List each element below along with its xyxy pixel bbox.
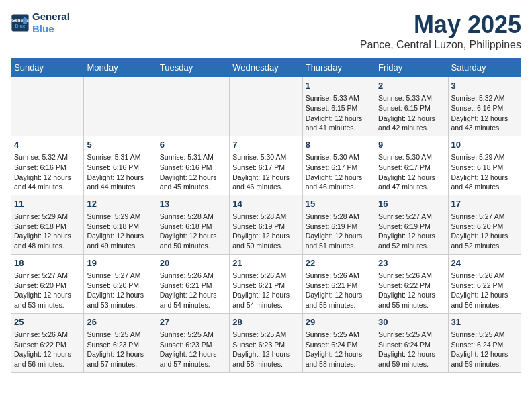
- header-wednesday: Wednesday: [230, 58, 302, 77]
- day-info: Sunrise: 5:26 AMSunset: 6:21 PMDaylight:…: [306, 271, 372, 310]
- calendar-cell: 4Sunrise: 5:32 AMSunset: 6:16 PMDaylight…: [11, 136, 84, 195]
- calendar-week-3: 11Sunrise: 5:29 AMSunset: 6:18 PMDayligh…: [11, 195, 521, 254]
- logo: General Blue General Blue: [11, 11, 70, 35]
- day-number: 13: [160, 198, 226, 210]
- day-info: Sunrise: 5:32 AMSunset: 6:16 PMDaylight:…: [14, 152, 81, 192]
- calendar-cell: 31Sunrise: 5:25 AMSunset: 6:24 PMDayligh…: [448, 313, 521, 372]
- calendar-cell: 21Sunrise: 5:26 AMSunset: 6:21 PMDayligh…: [230, 254, 302, 313]
- day-number: 11: [14, 198, 81, 210]
- day-number: 24: [451, 257, 518, 269]
- logo-icon: General Blue: [11, 13, 30, 32]
- day-number: 8: [306, 139, 372, 151]
- day-number: 5: [87, 139, 153, 151]
- header-monday: Monday: [84, 58, 157, 77]
- day-info: Sunrise: 5:30 AMSunset: 6:17 PMDaylight:…: [232, 152, 299, 192]
- day-info: Sunrise: 5:27 AMSunset: 6:20 PMDaylight:…: [87, 271, 153, 310]
- calendar-cell: 25Sunrise: 5:26 AMSunset: 6:22 PMDayligh…: [11, 313, 84, 372]
- page-header: General Blue General Blue May 2025 Pance…: [11, 11, 521, 51]
- calendar-week-4: 18Sunrise: 5:27 AMSunset: 6:20 PMDayligh…: [11, 254, 521, 313]
- calendar-cell: 18Sunrise: 5:27 AMSunset: 6:20 PMDayligh…: [11, 254, 84, 313]
- day-number: 17: [451, 198, 518, 210]
- day-number: 10: [451, 139, 518, 151]
- day-info: Sunrise: 5:25 AMSunset: 6:23 PMDaylight:…: [87, 330, 153, 369]
- day-number: 27: [160, 316, 226, 328]
- day-number: 6: [160, 139, 226, 151]
- header-friday: Friday: [375, 58, 448, 77]
- day-number: 23: [378, 257, 445, 269]
- day-info: Sunrise: 5:28 AMSunset: 6:18 PMDaylight:…: [160, 212, 226, 251]
- day-info: Sunrise: 5:29 AMSunset: 6:18 PMDaylight:…: [451, 152, 518, 192]
- day-number: 2: [378, 80, 445, 92]
- day-info: Sunrise: 5:26 AMSunset: 6:21 PMDaylight:…: [160, 271, 226, 310]
- calendar-week-2: 4Sunrise: 5:32 AMSunset: 6:16 PMDaylight…: [11, 136, 521, 195]
- calendar-cell: 14Sunrise: 5:28 AMSunset: 6:19 PMDayligh…: [230, 195, 302, 254]
- header-thursday: Thursday: [302, 58, 375, 77]
- header-sunday: Sunday: [11, 58, 84, 77]
- day-info: Sunrise: 5:26 AMSunset: 6:21 PMDaylight:…: [232, 271, 299, 310]
- day-info: Sunrise: 5:29 AMSunset: 6:18 PMDaylight:…: [87, 212, 153, 251]
- day-number: 19: [87, 257, 153, 269]
- day-info: Sunrise: 5:26 AMSunset: 6:22 PMDaylight:…: [451, 271, 518, 310]
- day-number: 25: [14, 316, 81, 328]
- day-info: Sunrise: 5:29 AMSunset: 6:18 PMDaylight:…: [14, 212, 81, 251]
- day-number: 20: [160, 257, 226, 269]
- day-info: Sunrise: 5:28 AMSunset: 6:19 PMDaylight:…: [306, 212, 372, 251]
- day-info: Sunrise: 5:26 AMSunset: 6:22 PMDaylight:…: [14, 330, 81, 369]
- title-area: May 2025 Pance, Central Luzon, Philippin…: [360, 11, 521, 51]
- day-number: 21: [232, 257, 299, 269]
- calendar-cell: 28Sunrise: 5:25 AMSunset: 6:23 PMDayligh…: [230, 313, 302, 372]
- day-number: 4: [14, 139, 81, 151]
- day-info: Sunrise: 5:32 AMSunset: 6:16 PMDaylight:…: [451, 93, 518, 133]
- svg-text:Blue: Blue: [15, 24, 25, 28]
- day-info: Sunrise: 5:25 AMSunset: 6:23 PMDaylight:…: [232, 330, 299, 369]
- header-tuesday: Tuesday: [157, 58, 229, 77]
- calendar-cell: 23Sunrise: 5:26 AMSunset: 6:22 PMDayligh…: [375, 254, 448, 313]
- day-number: 3: [451, 80, 518, 92]
- day-number: 31: [451, 316, 518, 328]
- calendar-cell: 19Sunrise: 5:27 AMSunset: 6:20 PMDayligh…: [84, 254, 157, 313]
- calendar-cell: 16Sunrise: 5:27 AMSunset: 6:19 PMDayligh…: [375, 195, 448, 254]
- calendar-cell: 13Sunrise: 5:28 AMSunset: 6:18 PMDayligh…: [157, 195, 229, 254]
- calendar-cell: [84, 77, 157, 136]
- day-number: 12: [87, 198, 153, 210]
- calendar-cell: 12Sunrise: 5:29 AMSunset: 6:18 PMDayligh…: [84, 195, 157, 254]
- calendar-cell: 29Sunrise: 5:25 AMSunset: 6:24 PMDayligh…: [302, 313, 375, 372]
- calendar-cell: 22Sunrise: 5:26 AMSunset: 6:21 PMDayligh…: [302, 254, 375, 313]
- day-info: Sunrise: 5:30 AMSunset: 6:17 PMDaylight:…: [378, 152, 445, 192]
- calendar-cell: 24Sunrise: 5:26 AMSunset: 6:22 PMDayligh…: [448, 254, 521, 313]
- calendar-cell: 3Sunrise: 5:32 AMSunset: 6:16 PMDaylight…: [448, 77, 521, 136]
- day-info: Sunrise: 5:25 AMSunset: 6:24 PMDaylight:…: [306, 330, 372, 369]
- calendar-table: SundayMondayTuesdayWednesdayThursdayFrid…: [11, 58, 521, 373]
- day-number: 30: [378, 316, 445, 328]
- calendar-cell: 26Sunrise: 5:25 AMSunset: 6:23 PMDayligh…: [84, 313, 157, 372]
- calendar-header-row: SundayMondayTuesdayWednesdayThursdayFrid…: [11, 58, 521, 77]
- day-number: 29: [306, 316, 372, 328]
- calendar-cell: 8Sunrise: 5:30 AMSunset: 6:17 PMDaylight…: [302, 136, 375, 195]
- logo-text-blue: Blue: [32, 23, 70, 35]
- calendar-cell: [11, 77, 84, 136]
- calendar-week-5: 25Sunrise: 5:26 AMSunset: 6:22 PMDayligh…: [11, 313, 521, 372]
- day-info: Sunrise: 5:31 AMSunset: 6:16 PMDaylight:…: [160, 152, 226, 192]
- day-info: Sunrise: 5:27 AMSunset: 6:20 PMDaylight:…: [14, 271, 81, 310]
- day-info: Sunrise: 5:33 AMSunset: 6:15 PMDaylight:…: [306, 93, 372, 133]
- calendar-cell: [157, 77, 229, 136]
- day-number: 28: [232, 316, 299, 328]
- calendar-cell: 1Sunrise: 5:33 AMSunset: 6:15 PMDaylight…: [302, 77, 375, 136]
- day-info: Sunrise: 5:30 AMSunset: 6:17 PMDaylight:…: [306, 152, 372, 192]
- day-number: 22: [306, 257, 372, 269]
- day-info: Sunrise: 5:25 AMSunset: 6:24 PMDaylight:…: [378, 330, 445, 369]
- logo-text-general: General: [32, 11, 70, 23]
- day-info: Sunrise: 5:25 AMSunset: 6:23 PMDaylight:…: [160, 330, 226, 369]
- calendar-cell: 20Sunrise: 5:26 AMSunset: 6:21 PMDayligh…: [157, 254, 229, 313]
- calendar-week-1: 1Sunrise: 5:33 AMSunset: 6:15 PMDaylight…: [11, 77, 521, 136]
- day-number: 14: [232, 198, 299, 210]
- calendar-cell: 10Sunrise: 5:29 AMSunset: 6:18 PMDayligh…: [448, 136, 521, 195]
- day-info: Sunrise: 5:27 AMSunset: 6:19 PMDaylight:…: [378, 212, 445, 251]
- day-info: Sunrise: 5:27 AMSunset: 6:20 PMDaylight:…: [451, 212, 518, 251]
- day-info: Sunrise: 5:26 AMSunset: 6:22 PMDaylight:…: [378, 271, 445, 310]
- day-info: Sunrise: 5:31 AMSunset: 6:16 PMDaylight:…: [87, 152, 153, 192]
- day-number: 1: [306, 80, 372, 92]
- calendar-cell: 6Sunrise: 5:31 AMSunset: 6:16 PMDaylight…: [157, 136, 229, 195]
- month-title: May 2025: [360, 11, 521, 39]
- day-number: 9: [378, 139, 445, 151]
